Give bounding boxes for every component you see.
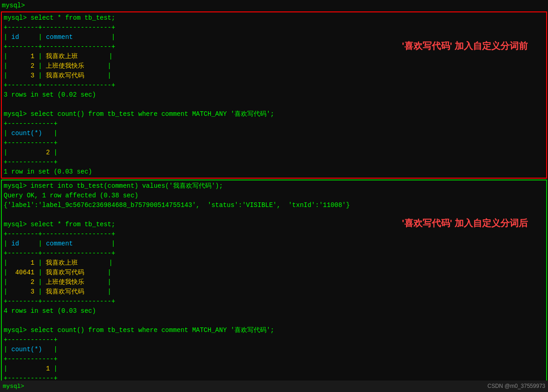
insert-line: mysql> insert into tb_test(comment) valu… bbox=[4, 181, 544, 191]
rows-info-1: 3 rows in set (0.02 sec) bbox=[4, 90, 544, 100]
count-value-2: | 1 | bbox=[4, 364, 544, 374]
bottom-bar: mysql> CSDN @m0_37559973 bbox=[0, 381, 548, 392]
count-value-1: | 2 | bbox=[4, 148, 544, 158]
query-line-4: mysql> select count() from tb_test where… bbox=[4, 326, 544, 335]
rows-info-2: 1 row in set (0.03 sec) bbox=[4, 167, 544, 177]
section-green: '喜欢写代码' 加入自定义分词后 mysql> insert into tb_t… bbox=[1, 180, 547, 392]
count-border-3: +------------+ bbox=[4, 158, 544, 167]
row-4: | 1 | 我喜欢上班 | bbox=[4, 258, 544, 268]
annotation-before: '喜欢写代码' 加入自定义分词前 bbox=[402, 40, 528, 52]
csdn-attribution: CSDN @m0_37559973 bbox=[488, 383, 545, 389]
count-header: | count(*) | bbox=[4, 129, 544, 138]
row-5: | 40641 | 我喜欢写代码 | bbox=[4, 268, 544, 278]
row-2: | 2 | 上班使我快乐 | bbox=[4, 61, 544, 71]
bottom-prompt: mysql> bbox=[3, 382, 24, 391]
row-6: | 2 | 上班使我快乐 | bbox=[4, 278, 544, 287]
count-border-1: +------------+ bbox=[4, 119, 544, 129]
blank-1 bbox=[4, 100, 544, 109]
top-prompt-line: mysql> bbox=[0, 0, 548, 11]
rows-info-3: 4 rows in set (0.03 sec) bbox=[4, 306, 544, 316]
count-header-2: | count(*) | bbox=[4, 345, 544, 354]
table-border-1: +--------+------------------+ bbox=[4, 23, 544, 33]
label-line: {'label':'label_9c5676c236984688_b757900… bbox=[4, 201, 544, 210]
query-ok-line: Query OK, 1 row affected (0.38 sec) bbox=[4, 191, 544, 201]
row-3: | 3 | 我喜欢写代码 | bbox=[4, 71, 544, 81]
count-border-4: +------------+ bbox=[4, 335, 544, 345]
row-1: | 1 | 我喜欢上班 | bbox=[4, 52, 544, 61]
table-border-6: +--------+------------------+ bbox=[4, 297, 544, 306]
table-header-2: | id | comment | bbox=[4, 239, 544, 249]
row-7: | 3 | 我喜欢写代码 | bbox=[4, 287, 544, 297]
annotation-after: '喜欢写代码' 加入自定义分词后 bbox=[402, 217, 528, 229]
count-border-2: +------------+ bbox=[4, 138, 544, 148]
table-border-3: +--------+------------------+ bbox=[4, 81, 544, 90]
query-line-2: mysql> select count() from tb_test where… bbox=[4, 109, 544, 119]
query-line-1: mysql> select * from tb_test; bbox=[4, 13, 544, 23]
table-border-5: +--------+------------------+ bbox=[4, 249, 544, 258]
section-red: '喜欢写代码' 加入自定义分词前 mysql> select * from tb… bbox=[1, 11, 547, 179]
terminal: mysql> '喜欢写代码' 加入自定义分词前 mysql> select * … bbox=[0, 0, 548, 392]
count-border-5: +------------+ bbox=[4, 354, 544, 364]
table-border-4: +--------+------------------+ bbox=[4, 229, 544, 239]
blank-3 bbox=[4, 316, 544, 326]
